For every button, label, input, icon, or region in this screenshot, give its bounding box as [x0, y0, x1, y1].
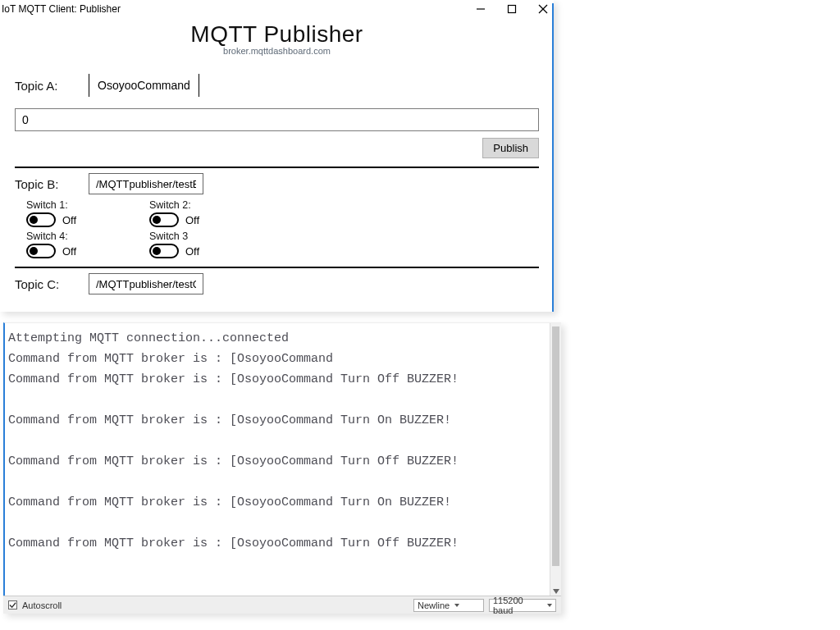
- topic-b-input[interactable]: [89, 173, 203, 194]
- switch-grid: Switch 1: Off Switch 2: Off Switch 4: Of…: [26, 199, 539, 258]
- switch-4-label: Switch 4:: [26, 231, 133, 242]
- close-icon[interactable]: [537, 3, 549, 15]
- mqtt-publisher-window: IoT MQTT Client: Publisher MQTT Publishe…: [0, 0, 554, 312]
- topic-c-row: Topic C:: [15, 273, 539, 294]
- svg-rect-1: [509, 6, 516, 13]
- header-block: MQTT Publisher broker.mqttdashboard.com: [0, 21, 554, 56]
- topic-a-field[interactable]: OsoyooCommand: [89, 74, 199, 97]
- scroll-down-icon[interactable]: [553, 589, 559, 594]
- minimize-icon[interactable]: [475, 3, 486, 15]
- serial-monitor-window: Attempting MQTT connection...connected C…: [3, 322, 561, 614]
- switch-2-cell: Switch 2: Off: [149, 199, 256, 227]
- divider-bc: [15, 267, 539, 268]
- topic-b-row: Topic B:: [15, 173, 539, 194]
- switch-3-toggle[interactable]: [149, 244, 179, 258]
- baud-dropdown[interactable]: 115200 baud: [489, 599, 556, 612]
- scrollbar-thumb[interactable]: [552, 326, 559, 566]
- window-title: IoT MQTT Client: Publisher: [2, 3, 121, 15]
- topic-c-label: Topic C:: [15, 277, 89, 291]
- window-controls: [475, 3, 549, 15]
- content-area: Topic A: OsoyooCommand Publish Topic B: …: [0, 74, 554, 294]
- serial-output[interactable]: Attempting MQTT connection...connected C…: [5, 323, 561, 596]
- autoscroll-checkbox[interactable]: [8, 600, 17, 609]
- switch-3-cell: Switch 3 Off: [149, 231, 256, 258]
- switch-3-state: Off: [185, 245, 199, 258]
- broker-label: broker.mqttdashboard.com: [0, 46, 554, 56]
- topic-a-label: Topic A:: [15, 79, 89, 93]
- serial-scrollbar[interactable]: [550, 323, 561, 596]
- topic-c-input[interactable]: [89, 273, 203, 294]
- divider-ab: [15, 167, 539, 168]
- autoscroll-label: Autoscroll: [22, 600, 62, 610]
- maximize-icon[interactable]: [506, 3, 518, 15]
- switch-2-toggle[interactable]: [149, 212, 179, 227]
- chevron-down-icon: [547, 604, 552, 607]
- titlebar: IoT MQTT Client: Publisher: [0, 0, 554, 18]
- serial-footer: Autoscroll Newline 115200 baud: [3, 596, 561, 614]
- chevron-down-icon: [454, 604, 459, 607]
- line-ending-dropdown[interactable]: Newline: [413, 599, 484, 612]
- serial-output-wrap: Attempting MQTT connection...connected C…: [3, 322, 561, 596]
- switch-1-cell: Switch 1: Off: [26, 199, 133, 227]
- switch-1-toggle[interactable]: [26, 212, 56, 227]
- topic-a-row: Topic A: OsoyooCommand: [15, 74, 539, 97]
- topic-b-label: Topic B:: [15, 177, 89, 191]
- switch-4-state: Off: [62, 245, 76, 258]
- publish-button[interactable]: Publish: [482, 138, 539, 158]
- publish-row: Publish: [15, 138, 539, 158]
- switch-4-cell: Switch 4: Off: [26, 231, 133, 258]
- message-input[interactable]: [15, 108, 539, 131]
- switch-4-toggle[interactable]: [26, 244, 56, 258]
- baud-value: 115200 baud: [493, 596, 542, 615]
- switch-1-label: Switch 1:: [26, 199, 133, 211]
- switch-2-state: Off: [185, 214, 199, 226]
- topic-a-value: OsoyooCommand: [98, 79, 190, 92]
- switch-3-label: Switch 3: [149, 231, 256, 242]
- switch-1-state: Off: [62, 214, 76, 226]
- page-title: MQTT Publisher: [0, 21, 554, 48]
- switch-2-label: Switch 2:: [149, 199, 256, 211]
- line-ending-value: Newline: [418, 600, 450, 610]
